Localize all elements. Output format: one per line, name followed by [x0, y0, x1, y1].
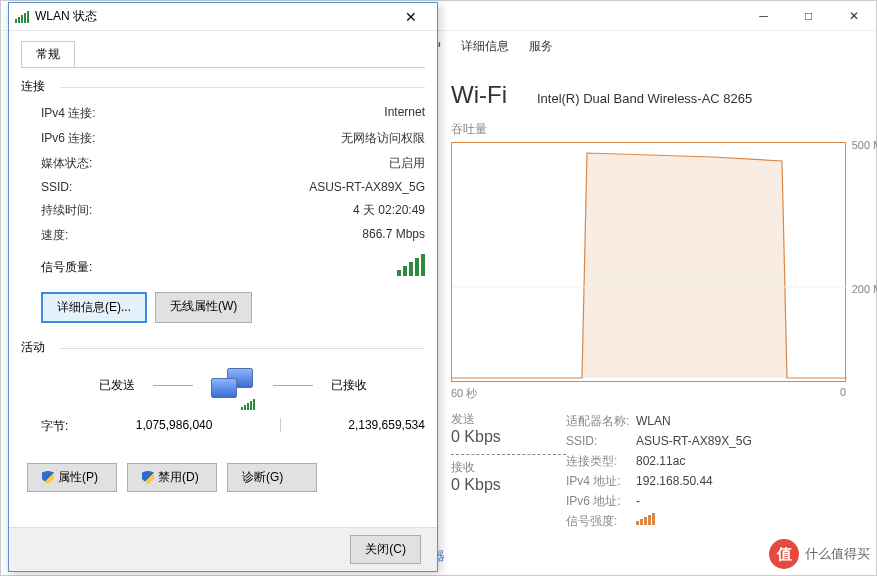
throughput-chart: 500 Mbps 200 Mbps — [451, 142, 846, 382]
dialog-tabs: 常规 — [21, 41, 425, 68]
close-dialog-button[interactable]: 关闭(C) — [350, 535, 421, 564]
dialog-close-button[interactable]: ✕ — [391, 3, 431, 31]
recv-label: 已接收 — [331, 377, 367, 394]
shield-icon — [42, 471, 54, 485]
send-recv-stats: 发送 0 Kbps 接收 0 Kbps — [451, 411, 566, 531]
signal-quality-label: 信号质量: — [41, 259, 92, 276]
duration-label: 持续时间: — [41, 202, 92, 219]
watermark: 值 什么值得买 — [769, 539, 870, 569]
bytes-label: 字节: — [41, 418, 68, 435]
tab-services[interactable]: 服务 — [521, 34, 561, 59]
section-connection: 连接 — [21, 78, 425, 95]
info-ssid-label: SSID: — [566, 431, 636, 451]
tab-general[interactable]: 常规 — [21, 41, 75, 67]
signal-bars-icon — [636, 511, 655, 531]
properties-button[interactable]: 属性(P) — [27, 463, 117, 492]
speed-value: 866.7 Mbps — [362, 227, 425, 244]
dash-icon — [153, 385, 193, 386]
speed-label: 速度: — [41, 227, 68, 244]
chart-area — [452, 153, 847, 378]
send-value: 0 Kbps — [451, 428, 566, 446]
sent-label: 已发送 — [99, 377, 135, 394]
activity-visual: 已发送 已接收 — [41, 368, 425, 402]
ipv6-value: 无网络访问权限 — [341, 130, 425, 147]
media-label: 媒体状态: — [41, 155, 92, 172]
disable-button-label: 禁用(D) — [158, 469, 199, 486]
throughput-label: 吞吐量 — [451, 121, 856, 138]
shield-icon — [142, 471, 154, 485]
diagnose-button-label: 诊断(G) — [242, 469, 283, 486]
wifi-title: Wi-Fi — [451, 81, 507, 109]
chart-y-200: 200 Mbps — [852, 283, 877, 295]
info-conntype-label: 连接类型: — [566, 451, 636, 471]
info-ssid-value: ASUS-RT-AX89X_5G — [636, 431, 752, 451]
info-signal-label: 信号强度: — [566, 511, 636, 531]
chart-x-left: 60 秒 — [451, 386, 477, 401]
details-button[interactable]: 详细信息(E)... — [41, 292, 147, 323]
ipv4-value: Internet — [384, 105, 425, 122]
close-button[interactable]: ✕ — [831, 1, 876, 31]
dialog-footer: 关闭(C) — [9, 527, 437, 571]
info-ipv4-label: IPv4 地址: — [566, 471, 636, 491]
wifi-panel: Wi-Fi Intel(R) Dual Band Wireless-AC 826… — [451, 81, 856, 531]
chart-x-right: 0 — [840, 386, 846, 401]
dash-icon — [273, 385, 313, 386]
bytes-recv-value: 2,139,659,534 — [348, 418, 425, 435]
info-adapter-label: 适配器名称: — [566, 411, 636, 431]
info-conntype-value: 802.11ac — [636, 451, 685, 471]
dialog-title: WLAN 状态 — [35, 8, 391, 25]
info-ipv6-value: - — [636, 491, 640, 511]
info-adapter-value: WLAN — [636, 411, 671, 431]
ssid-label: SSID: — [41, 180, 72, 194]
adapter-info-table: 适配器名称:WLAN SSID:ASUS-RT-AX89X_5G 连接类型:80… — [566, 411, 752, 531]
duration-value: 4 天 02:20:49 — [353, 202, 425, 219]
disable-button[interactable]: 禁用(D) — [127, 463, 217, 492]
recv-value: 0 Kbps — [451, 476, 566, 494]
send-label: 发送 — [451, 411, 566, 428]
adapter-description: Intel(R) Dual Band Wireless-AC 8265 — [537, 91, 752, 106]
ipv6-label: IPv6 连接: — [41, 130, 96, 147]
watermark-text: 什么值得买 — [805, 545, 870, 563]
ssid-value: ASUS-RT-AX89X_5G — [309, 180, 425, 194]
divider — [280, 418, 281, 432]
info-ipv6-label: IPv6 地址: — [566, 491, 636, 511]
diagnose-button[interactable]: 诊断(G) — [227, 463, 317, 492]
properties-button-label: 属性(P) — [58, 469, 98, 486]
ipv4-label: IPv4 连接: — [41, 105, 96, 122]
computers-icon — [211, 368, 255, 402]
signal-icon — [15, 11, 29, 23]
info-ipv4-value: 192.168.50.44 — [636, 471, 713, 491]
dialog-titlebar[interactable]: WLAN 状态 ✕ — [9, 3, 437, 31]
media-value: 已启用 — [389, 155, 425, 172]
recv-label: 接收 — [451, 459, 566, 476]
signal-quality-bars-icon — [397, 254, 425, 276]
wlan-status-dialog: WLAN 状态 ✕ 常规 连接 IPv4 连接:Internet IPv6 连接… — [8, 2, 438, 572]
maximize-button[interactable]: □ — [786, 1, 831, 31]
wireless-properties-button[interactable]: 无线属性(W) — [155, 292, 252, 323]
minimize-button[interactable]: ─ — [741, 1, 786, 31]
bytes-sent-value: 1,075,986,040 — [136, 418, 213, 435]
watermark-badge-icon: 值 — [769, 539, 799, 569]
section-activity: 活动 — [21, 339, 425, 356]
chart-y-500: 500 Mbps — [852, 139, 877, 151]
tab-details[interactable]: 详细信息 — [453, 34, 517, 59]
